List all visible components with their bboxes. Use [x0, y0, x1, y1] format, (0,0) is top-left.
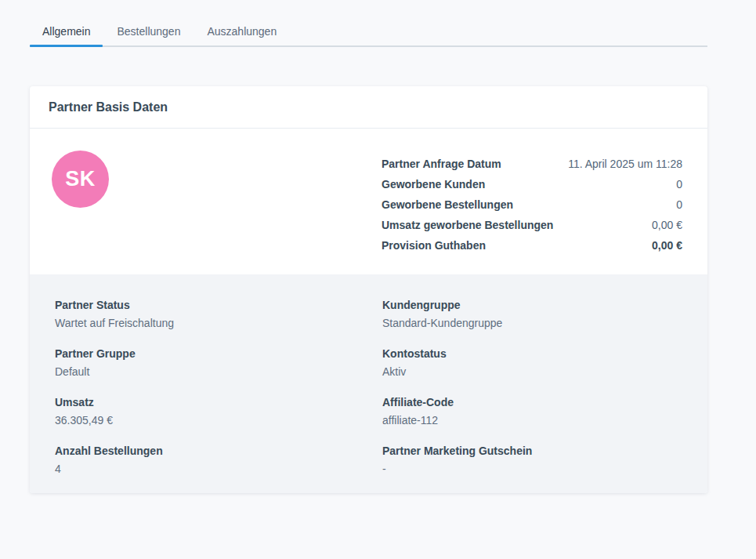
card-title: Partner Basis Daten — [49, 100, 168, 114]
detail-label: Partner Marketing Gutschein — [382, 444, 682, 458]
stat-row: Umsatz geworbene Bestellungen 0,00 € — [382, 215, 682, 235]
detail-value: Wartet auf Freischaltung — [55, 316, 382, 330]
card-body: SK Partner Anfrage Datum 11. April 2025 … — [30, 129, 707, 274]
tab-auszahlungen[interactable]: Auszahlungen — [194, 17, 289, 45]
stat-label: Provision Guthaben — [382, 235, 486, 256]
stat-row: Provision Guthaben 0,00 € — [382, 235, 682, 256]
stat-label: Geworbene Bestellungen — [382, 194, 513, 215]
stat-label: Geworbene Kunden — [382, 174, 485, 194]
detail-value: Standard-Kundengruppe — [382, 316, 682, 330]
detail-value: Default — [55, 365, 382, 379]
detail-label: Anzahl Bestellungen — [55, 444, 382, 458]
stat-row: Geworbene Kunden 0 — [382, 174, 682, 194]
detail-anzahl-bestellungen: Anzahl Bestellungen 4 — [55, 444, 382, 476]
stat-value: 0 — [676, 174, 682, 194]
detail-value: Aktiv — [382, 365, 682, 379]
detail-kontostatus: Kontostatus Aktiv — [382, 347, 682, 379]
detail-kundengruppe: Kundengruppe Standard-Kundengruppe — [382, 298, 682, 330]
stat-row: Partner Anfrage Datum 11. April 2025 um … — [382, 154, 682, 174]
detail-affiliate-code: Affiliate-Code affiliate-112 — [382, 395, 682, 427]
partner-basis-daten-card: Partner Basis Daten SK Partner Anfrage D… — [30, 86, 707, 493]
tab-bestellungen[interactable]: Bestellungen — [104, 17, 193, 45]
stat-value: 0 — [676, 194, 682, 215]
details-section: Partner Status Wartet auf Freischaltung … — [30, 274, 707, 493]
stat-value: 0,00 € — [652, 235, 682, 256]
detail-value: 36.305,49 € — [55, 413, 382, 427]
detail-label: Partner Status — [55, 298, 382, 312]
detail-label: Kundengruppe — [382, 298, 682, 312]
stat-value: 11. April 2025 um 11:28 — [568, 154, 682, 174]
detail-value: - — [382, 462, 682, 476]
detail-value: 4 — [55, 462, 382, 476]
detail-partner-status: Partner Status Wartet auf Freischaltung — [55, 298, 382, 330]
stat-value: 0,00 € — [652, 215, 682, 235]
avatar: SK — [52, 151, 109, 208]
stats-list: Partner Anfrage Datum 11. April 2025 um … — [382, 154, 682, 274]
card-header: Partner Basis Daten — [30, 86, 707, 129]
detail-partner-gruppe: Partner Gruppe Default — [55, 347, 382, 379]
detail-label: Umsatz — [55, 395, 382, 409]
tab-bar: Allgemein Bestellungen Auszahlungen — [30, 17, 707, 47]
tab-allgemein[interactable]: Allgemein — [30, 17, 103, 45]
detail-label: Kontostatus — [382, 347, 682, 361]
stat-row: Geworbene Bestellungen 0 — [382, 194, 682, 215]
stat-label: Umsatz geworbene Bestellungen — [382, 215, 553, 235]
detail-label: Partner Gruppe — [55, 347, 382, 361]
detail-label: Affiliate-Code — [382, 395, 682, 409]
detail-umsatz: Umsatz 36.305,49 € — [55, 395, 382, 427]
detail-value: affiliate-112 — [382, 413, 682, 427]
detail-partner-marketing-gutschein: Partner Marketing Gutschein - — [382, 444, 682, 476]
stat-label: Partner Anfrage Datum — [382, 154, 501, 174]
